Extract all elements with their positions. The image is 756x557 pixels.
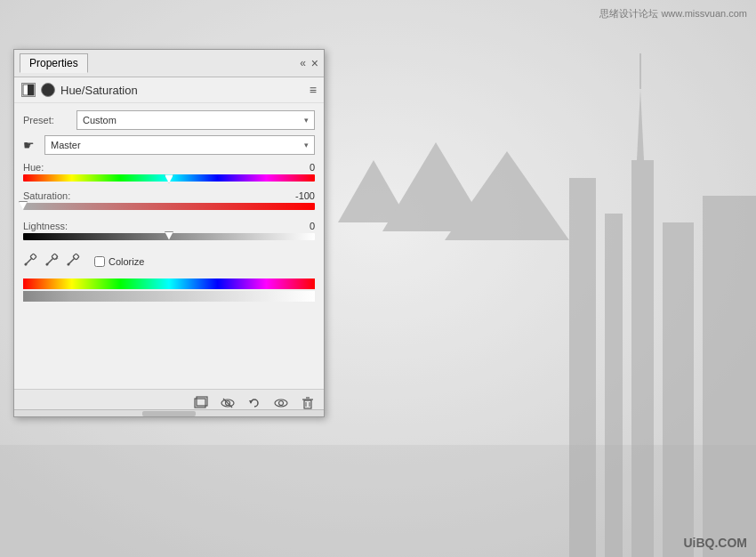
svg-text:+: + [54,254,59,262]
layer-mask-svg [22,84,35,96]
svg-point-34 [279,401,284,406]
eyedropper-row: + - Colorize [23,253,315,270]
eyedropper-add-svg: + [44,253,59,267]
lightness-track[interactable] [23,233,315,246]
eyedropper-sub-svg: - [66,253,80,267]
gray-spectrum-bar [23,291,315,302]
lightness-label-row: Lightness: 0 [23,221,315,231]
hue-label-row: Hue: 0 [23,162,315,173]
panel-empty-space [14,309,324,389]
scrollbar-thumb[interactable] [142,411,196,416]
preset-value: Custom [83,115,117,125]
preset-arrow-icon: ▾ [304,116,309,125]
hue-value: 0 [310,162,315,173]
channel-dropdown[interactable]: Master ▾ [44,135,315,155]
hue-label: Hue: [23,162,44,173]
properties-tab[interactable]: Properties [20,53,88,73]
colorize-label[interactable]: Colorize [109,256,144,267]
panel-tabs: Properties [20,53,90,73]
preset-dropdown[interactable]: Custom ▾ [76,110,315,130]
lightness-slider-container: Lightness: 0 [23,221,315,246]
svg-rect-13 [0,445,756,557]
panel-body: Preset: Custom ▾ ☛ Master ▾ Hue: 0 [14,103,324,309]
svg-point-21 [46,263,49,266]
hue-spectrum-bar [23,278,315,289]
collapse-icon[interactable]: « [300,57,306,69]
saturation-slider-container: Saturation: -100 [23,190,315,215]
titlebar-icons: « × [300,56,318,70]
svg-rect-15 [28,85,34,95]
eyedropper-icon[interactable] [23,253,37,270]
lightness-label: Lightness: [23,221,68,231]
saturation-track[interactable] [23,203,315,215]
watermark-bottom: UiBQ.COM [683,536,747,550]
svg-marker-32 [249,400,253,404]
svg-rect-35 [304,400,311,408]
channel-value: Master [51,140,81,150]
preset-row: Preset: Custom ▾ [23,110,315,130]
colorize-checkbox[interactable] [94,256,105,267]
watermark-top: 思绪设计论坛 www.missvuan.com [599,7,747,20]
channel-arrow-icon: ▾ [304,141,309,149]
saturation-gradient [23,203,315,210]
layer-mask-icon[interactable] [21,83,36,97]
color-bars [23,278,315,302]
colorize-checkbox-group: Colorize [94,256,144,267]
hue-track[interactable] [23,174,315,185]
panel-scrollbar[interactable] [14,409,324,416]
properties-panel: Properties « × Hue/Saturation ≡ Preset: … [13,49,325,417]
lightness-value: 0 [310,221,315,231]
panel-header-title: Hue/Saturation [60,84,138,97]
svg-text:-: - [76,254,78,262]
channel-row: ☛ Master ▾ [23,135,315,155]
preset-label: Preset: [23,115,76,125]
panel-header: Hue/Saturation ≡ [14,77,324,103]
panel-titlebar: Properties « × [14,50,324,77]
adjustment-circle-icon[interactable] [41,83,55,97]
eyedropper-subtract-icon[interactable]: - [66,253,80,270]
saturation-label: Saturation: [23,190,70,201]
panel-menu-icon[interactable]: ≡ [310,83,317,97]
svg-point-25 [68,263,70,266]
svg-point-18 [25,263,28,266]
eyedropper-add-icon[interactable]: + [44,253,59,270]
close-icon[interactable]: × [311,56,318,70]
saturation-value: -100 [295,190,315,201]
eyedropper-svg [23,253,37,267]
hand-tool-icon[interactable]: ☛ [23,138,41,152]
hue-slider-container: Hue: 0 [23,162,315,185]
saturation-label-row: Saturation: -100 [23,190,315,201]
